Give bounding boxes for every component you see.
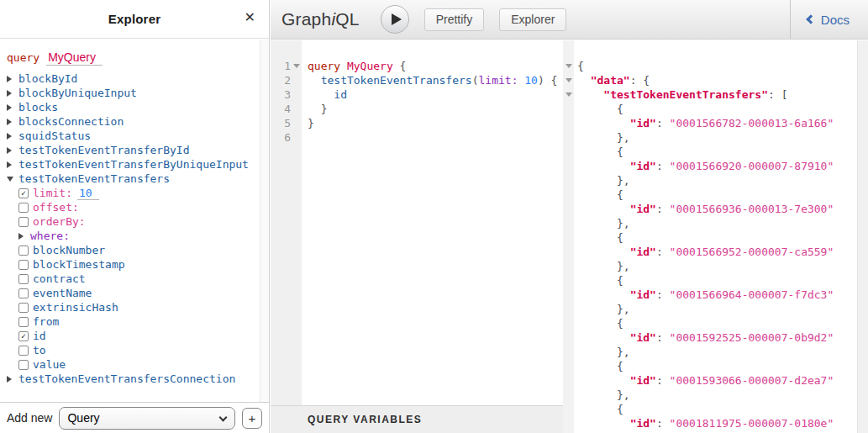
query-variables-bar[interactable]: QUERY VARIABLES bbox=[271, 405, 563, 433]
explorer-field-row[interactable]: testTokenEventTransferByUniqueInput bbox=[7, 157, 260, 172]
explorer-field-row[interactable]: testTokenEventTransfersConnection bbox=[7, 372, 260, 386]
checkbox[interactable] bbox=[18, 203, 29, 213]
code-token[interactable]: } bbox=[308, 117, 314, 129]
code-token[interactable] bbox=[308, 74, 321, 87]
code-token[interactable]: id bbox=[334, 88, 347, 101]
json-token: "testTokenEventTransfers" bbox=[603, 88, 768, 101]
arrow-slot bbox=[7, 104, 18, 111]
selection-field-row[interactable]: blockNumber bbox=[18, 243, 260, 257]
argument-row[interactable]: where: bbox=[18, 229, 260, 243]
selection-field-row[interactable]: eventName bbox=[18, 286, 260, 300]
selection-field-row[interactable]: value bbox=[18, 357, 260, 372]
fold-arrow-icon[interactable] bbox=[566, 78, 572, 82]
checkbox[interactable] bbox=[18, 360, 29, 370]
checkbox[interactable] bbox=[18, 303, 29, 313]
explorer-panel-title: Explorer bbox=[108, 12, 160, 26]
code-token[interactable] bbox=[544, 74, 551, 87]
execute-query-button[interactable] bbox=[381, 5, 409, 34]
argument-row[interactable]: offset: bbox=[18, 200, 260, 214]
explorer-field-row[interactable]: testTokenEventTransferById bbox=[7, 143, 260, 157]
json-token: "0001592525-000007-0b9d2" bbox=[670, 331, 834, 344]
code-token[interactable]: { bbox=[400, 60, 407, 72]
field-label: squidStatus bbox=[18, 129, 91, 142]
code-token[interactable]: { bbox=[551, 74, 558, 87]
code-token[interactable]: query bbox=[308, 60, 340, 72]
selection-field-row[interactable]: to bbox=[18, 343, 260, 357]
operation-keyword: query bbox=[7, 51, 39, 64]
result-gutter-row bbox=[563, 330, 574, 345]
code-line[interactable]: query MyQuery { bbox=[308, 59, 557, 73]
caret-right-icon[interactable] bbox=[7, 161, 12, 168]
code-token[interactable]: MyQuery bbox=[347, 60, 393, 72]
json-token: }, bbox=[577, 260, 630, 272]
json-line: { bbox=[577, 316, 834, 330]
caret-right-icon[interactable] bbox=[7, 133, 12, 140]
close-icon[interactable]: ✕ bbox=[245, 11, 255, 24]
query-editor[interactable]: 123456 query MyQuery { testTokenEventTra… bbox=[271, 40, 563, 405]
checkbox[interactable] bbox=[18, 217, 29, 227]
explorer-toggle-button[interactable]: Explorer bbox=[499, 8, 566, 31]
checkbox[interactable] bbox=[18, 288, 29, 298]
code-token[interactable] bbox=[340, 60, 347, 72]
checkbox[interactable] bbox=[18, 317, 29, 327]
argument-row[interactable]: ✓limit:10 bbox=[18, 186, 260, 200]
docs-link[interactable]: Docs bbox=[790, 0, 868, 39]
checkbox[interactable] bbox=[18, 346, 29, 356]
fold-arrow-icon[interactable] bbox=[566, 92, 572, 97]
operation-name-input[interactable]: MyQuery bbox=[46, 50, 103, 66]
selection-field-row[interactable]: contract bbox=[18, 272, 260, 286]
argument-value-input[interactable]: 10 bbox=[77, 187, 99, 200]
explorer-field-row[interactable]: testTokenEventTransfers bbox=[7, 172, 260, 186]
code-token[interactable]: testTokenEventTransfers bbox=[321, 74, 472, 87]
caret-right-icon[interactable] bbox=[7, 90, 12, 97]
caret-down-icon[interactable] bbox=[7, 177, 13, 182]
explorer-scrollbar[interactable] bbox=[260, 40, 269, 402]
json-token: "id" bbox=[630, 288, 656, 301]
code-line[interactable]: testTokenEventTransfers(limit: 10) { bbox=[308, 73, 557, 87]
selection-field-row[interactable]: from bbox=[18, 314, 260, 329]
caret-right-icon[interactable] bbox=[7, 376, 12, 383]
selection-field-row[interactable]: ✓id bbox=[18, 329, 260, 343]
code-token[interactable]: ( bbox=[472, 74, 479, 87]
query-variables-label: QUERY VARIABLES bbox=[308, 414, 422, 425]
add-operation-button[interactable]: + bbox=[242, 408, 262, 429]
code-token[interactable]: limit: bbox=[479, 74, 518, 87]
argument-row[interactable]: orderBy: bbox=[18, 214, 260, 229]
code-token[interactable] bbox=[393, 60, 400, 72]
selection-field-row[interactable]: blockTimestamp bbox=[18, 257, 260, 272]
operation-type-select[interactable]: Query bbox=[59, 407, 234, 430]
field-label: blockNumber bbox=[33, 244, 105, 256]
editor-code[interactable]: query MyQuery { testTokenEventTransfers(… bbox=[302, 40, 557, 405]
explorer-field-row[interactable]: blockByUniqueInput bbox=[7, 86, 260, 100]
caret-right-icon[interactable] bbox=[7, 119, 12, 125]
checkbox[interactable]: ✓ bbox=[18, 331, 29, 341]
json-token: "data" bbox=[591, 74, 630, 87]
selection-field-row[interactable]: extrinsicHash bbox=[18, 300, 260, 314]
checkbox[interactable]: ✓ bbox=[18, 188, 29, 198]
explorer-field-row[interactable]: blockById bbox=[7, 71, 260, 86]
caret-right-icon[interactable] bbox=[18, 233, 24, 240]
checkbox[interactable] bbox=[18, 260, 29, 270]
checkbox[interactable] bbox=[18, 246, 29, 256]
code-line[interactable]: } bbox=[308, 102, 557, 116]
code-token[interactable] bbox=[308, 88, 334, 101]
code-token[interactable] bbox=[308, 103, 321, 115]
code-line[interactable]: id bbox=[308, 87, 557, 102]
caret-right-icon[interactable] bbox=[7, 76, 12, 82]
code-token[interactable]: } bbox=[321, 103, 328, 115]
code-token[interactable]: ) bbox=[538, 74, 544, 87]
result-scrollbar[interactable] bbox=[857, 40, 868, 433]
fold-arrow-icon[interactable] bbox=[566, 64, 572, 68]
caret-right-icon[interactable] bbox=[7, 147, 12, 154]
code-line[interactable]: } bbox=[308, 116, 557, 130]
caret-right-icon[interactable] bbox=[7, 104, 12, 111]
code-line[interactable] bbox=[308, 130, 557, 145]
fold-arrow-icon[interactable] bbox=[293, 64, 300, 68]
explorer-field-row[interactable]: blocks bbox=[7, 100, 260, 114]
operation-type-select-wrap: Query bbox=[59, 407, 234, 430]
prettify-button[interactable]: Prettify bbox=[424, 8, 485, 31]
code-token[interactable]: 10 bbox=[524, 74, 538, 87]
checkbox[interactable] bbox=[18, 274, 29, 284]
explorer-field-row[interactable]: blocksConnection bbox=[7, 114, 260, 129]
explorer-field-row[interactable]: squidStatus bbox=[7, 129, 260, 143]
